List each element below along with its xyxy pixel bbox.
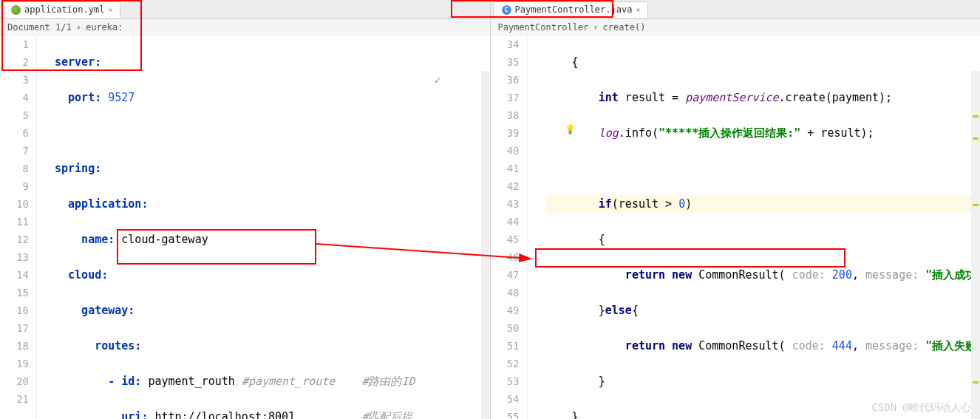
left-editor[interactable]: 123456789101112131415161718192021 server… [0, 35, 490, 419]
left-tabs: application.yml × [0, 0, 490, 19]
tab-label: application.yml [24, 4, 104, 15]
right-editor-pane: C PaymentController.java × PaymentContro… [491, 0, 981, 419]
breadcrumb-method[interactable]: create() [603, 22, 646, 33]
left-breadcrumb: Document 1/1 › eureka: [0, 19, 490, 35]
left-fold-column [37, 35, 52, 419]
close-icon[interactable]: × [108, 6, 112, 14]
breadcrumb-path[interactable]: eureka: [86, 22, 123, 33]
tab-paymentcontroller[interactable]: C PaymentController.java × [494, 1, 649, 18]
right-fold-column: 💡 [528, 35, 542, 419]
breadcrumb-sep: › [76, 22, 81, 33]
left-editor-pane: application.yml × Document 1/1 › eureka:… [0, 0, 491, 419]
watermark: CSDN @唯代码动人心 [871, 401, 971, 415]
left-code[interactable]: server: port: 9527 spring: application: … [52, 35, 490, 419]
right-tabs: C PaymentController.java × [491, 0, 981, 19]
breadcrumb-doc[interactable]: Document 1/1 [7, 22, 72, 33]
right-code[interactable]: { int result = paymentService.create(pay… [542, 35, 981, 419]
java-icon: C [502, 5, 511, 15]
tab-label: PaymentController.java [515, 4, 633, 15]
checkmark-icon: ✓ [435, 74, 440, 86]
right-marker-column [971, 71, 980, 419]
left-gutter: 123456789101112131415161718192021 [0, 35, 37, 419]
left-marker-column [481, 71, 490, 419]
right-editor[interactable]: 3435363738394041424344454647484950515253… [491, 35, 981, 419]
tab-application-yml[interactable]: application.yml × [3, 1, 120, 18]
lightbulb-icon[interactable]: 💡 [565, 124, 576, 134]
yaml-icon [11, 5, 21, 15]
close-icon[interactable]: × [636, 6, 640, 14]
breadcrumb-class[interactable]: PaymentController [498, 22, 589, 33]
breadcrumb-sep: › [593, 22, 598, 33]
right-breadcrumb: PaymentController › create() [491, 19, 981, 35]
right-gutter: 3435363738394041424344454647484950515253… [491, 35, 528, 419]
